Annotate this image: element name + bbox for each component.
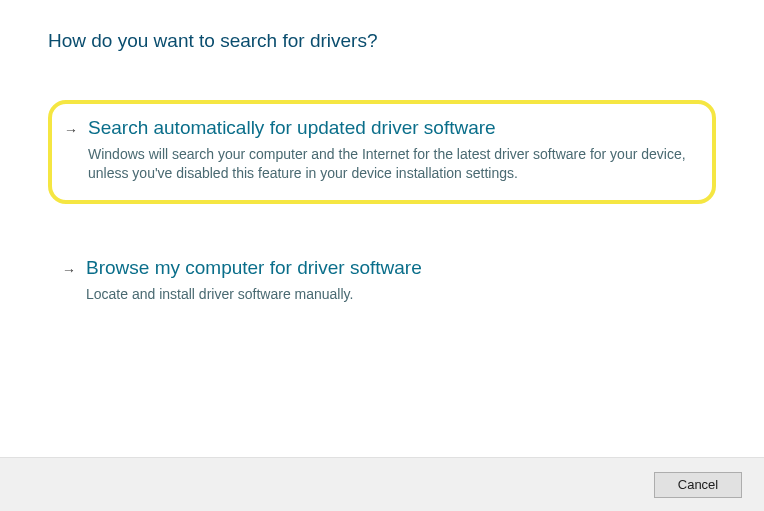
- option-description: Locate and install driver software manua…: [86, 285, 698, 305]
- option-text: Browse my computer for driver software L…: [86, 256, 698, 304]
- option-browse-computer[interactable]: → Browse my computer for driver software…: [48, 242, 716, 322]
- dialog-footer: Cancel: [0, 457, 764, 511]
- option-title: Browse my computer for driver software: [86, 256, 698, 281]
- option-description: Windows will search your computer and th…: [88, 145, 696, 184]
- cancel-button[interactable]: Cancel: [654, 472, 742, 498]
- option-row: → Search automatically for updated drive…: [64, 116, 696, 184]
- arrow-right-icon: →: [62, 262, 76, 278]
- arrow-right-icon: →: [64, 122, 78, 138]
- option-row: → Browse my computer for driver software…: [62, 256, 698, 304]
- dialog-content: How do you want to search for drivers? →…: [0, 0, 764, 322]
- option-text: Search automatically for updated driver …: [88, 116, 696, 184]
- option-search-automatically[interactable]: → Search automatically for updated drive…: [48, 100, 716, 204]
- option-title: Search automatically for updated driver …: [88, 116, 696, 141]
- page-title: How do you want to search for drivers?: [48, 30, 716, 52]
